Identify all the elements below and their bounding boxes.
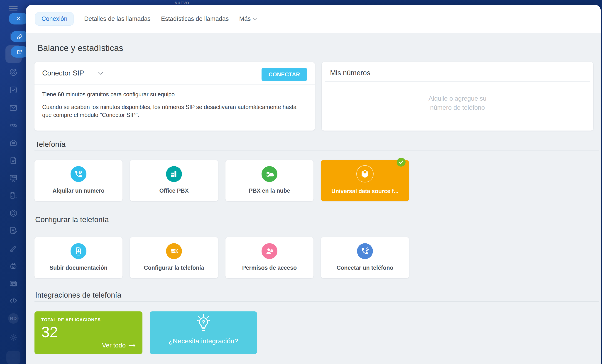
- tab-connection[interactable]: Conexión: [35, 12, 74, 26]
- copy-link-button[interactable]: [11, 31, 28, 42]
- total-applications-value: 32: [41, 324, 136, 340]
- sidebar-item-ai-bot[interactable]: [9, 261, 18, 270]
- section-title-telephony: Telefonía: [35, 140, 599, 149]
- tab-call-stats[interactable]: Estadísticas de llamadas: [161, 15, 229, 22]
- section-title-setup: Configurar la telefonía: [35, 215, 599, 224]
- tile-access-permissions[interactable]: Permisos de acceso: [226, 237, 313, 278]
- sidebar-item-sites[interactable]: [9, 121, 18, 130]
- new-badge: NUEVO: [175, 1, 189, 5]
- tile-office-pbx[interactable]: Office PBX: [130, 160, 218, 201]
- external-link-icon: [17, 49, 22, 55]
- sidebar-item-tasks[interactable]: [9, 86, 18, 94]
- tile-label: Universal data source f...: [331, 188, 398, 195]
- tile-label: PBX en la nube: [249, 187, 290, 194]
- sidebar-item-sign[interactable]: [9, 226, 18, 235]
- arrow-right-icon: [128, 344, 136, 347]
- divider: [325, 81, 590, 82]
- svg-text:$: $: [79, 171, 81, 174]
- sip-warning-text: Cuando se acaben los minutos disponibles…: [42, 103, 306, 119]
- tile-rent-number[interactable]: $ Alquilar un numero: [34, 160, 122, 201]
- tab-more[interactable]: Más: [239, 15, 257, 22]
- free-minutes-value: 60: [58, 91, 64, 97]
- tile-cloud-pbx[interactable]: PBX en la nube: [226, 160, 313, 201]
- view-all-label: Ver todo: [102, 342, 126, 349]
- sidebar-item-developer[interactable]: [9, 296, 18, 305]
- cube-icon: [356, 165, 374, 182]
- sip-connector-selector[interactable]: Conector SIP: [42, 69, 103, 77]
- need-integration-card[interactable]: ? ¿Necesita integración?: [150, 312, 257, 354]
- sidebar-item-signature[interactable]: [9, 244, 18, 252]
- tile-configure-telephony[interactable]: Configurar la telefonía: [130, 237, 218, 278]
- person-lock-icon: [261, 243, 277, 259]
- telephony-tiles-row: $ Alquilar un numero Office PBX: [34, 160, 599, 201]
- tile-label: Configurar la telefonía: [144, 264, 204, 271]
- total-applications-label: TOTAL DE APLICACIONES: [41, 317, 136, 322]
- chevron-down-icon: [98, 72, 103, 75]
- integrations-row: TOTAL DE APLICACIONES 32 Ver todo ? ¿Nec…: [34, 312, 599, 354]
- telephony-panel: Conexión Detalles de las llamadas Estadí…: [26, 5, 601, 364]
- my-numbers-title: Mis números: [325, 62, 590, 77]
- tile-upload-docs[interactable]: Subir documentación: [34, 237, 122, 278]
- my-numbers-empty-state: Alquile o agregue su número de teléfono: [325, 94, 590, 112]
- cloud-pbx-icon: [261, 166, 277, 182]
- sip-card-body: Tiene 60 minutos gratuitos para configur…: [34, 84, 315, 119]
- tab-bar: Conexión Detalles de las llamadas Estadí…: [26, 5, 601, 33]
- tile-label: Conectar un teléfono: [337, 264, 393, 271]
- section-title-integrations: Integraciones de telefonía: [35, 291, 599, 299]
- close-icon: [16, 16, 21, 21]
- tile-label: Subir documentación: [49, 264, 108, 271]
- settings-gear-icon[interactable]: [9, 333, 18, 342]
- selected-check-badge: [397, 158, 406, 166]
- link-icon: [17, 34, 22, 40]
- sidebar-item-calendar[interactable]: [9, 191, 18, 200]
- phone-plug-icon: [357, 243, 373, 259]
- tab-call-details[interactable]: Detalles de las llamadas: [84, 15, 150, 22]
- lightbulb-question-icon: ?: [193, 313, 214, 334]
- device-gear-icon: [166, 243, 182, 259]
- sip-card-header: Conector SIP CONECTAR: [34, 62, 315, 84]
- sidebar-footer-logo: [6, 351, 21, 364]
- sidebar-item-contacts[interactable]: [9, 279, 18, 288]
- my-numbers-card: Mis números Alquile o agregue su número …: [322, 62, 593, 131]
- tile-label: Alquilar un numero: [52, 187, 104, 194]
- tab-more-label: Más: [239, 15, 251, 22]
- divider: [34, 301, 599, 302]
- free-minutes-text: Tiene 60 minutos gratuitos para configur…: [42, 91, 307, 98]
- tile-universal-data-source[interactable]: Universal data source f...: [321, 160, 409, 201]
- balance-cards-row: Conector SIP CONECTAR Tiene 60 minutos g…: [34, 62, 599, 131]
- upload-doc-icon: [71, 243, 86, 259]
- setup-tiles-row: Subir documentación Configurar la telefo…: [34, 237, 599, 278]
- office-pbx-icon: [166, 166, 182, 182]
- divider: [34, 150, 599, 151]
- svg-text:?: ?: [202, 319, 205, 325]
- connect-button[interactable]: CONECTAR: [261, 68, 307, 81]
- open-external-button[interactable]: [11, 46, 28, 58]
- hamburger-menu-icon[interactable]: [9, 5, 18, 12]
- sidebar-item-marketplace[interactable]: [9, 209, 18, 218]
- close-panel-button[interactable]: [9, 13, 28, 24]
- content-area: Balance y estadísticas Conector SIP CONE…: [26, 33, 601, 364]
- page-title: Balance y estadísticas: [37, 43, 599, 53]
- total-applications-card[interactable]: TOTAL DE APLICACIONES 32 Ver todo: [34, 312, 142, 354]
- tile-label: Office PBX: [159, 187, 189, 194]
- sip-connector-card: Conector SIP CONECTAR Tiene 60 minutos g…: [34, 62, 315, 131]
- sidebar-item-documents[interactable]: [9, 156, 18, 165]
- tile-label: Permisos de acceso: [242, 264, 297, 271]
- sidebar-item-company[interactable]: [9, 138, 18, 147]
- tile-connect-phone[interactable]: Conectar un teléfono: [321, 237, 409, 278]
- sidebar-item-mail[interactable]: [9, 104, 18, 112]
- divider: [34, 226, 599, 226]
- sidebar-item-workspace[interactable]: [9, 174, 18, 182]
- check-icon: [399, 160, 404, 164]
- user-avatar[interactable]: RD: [8, 313, 19, 324]
- need-integration-label: ¿Necesita integración?: [169, 337, 238, 345]
- sidebar-item-crm[interactable]: [9, 68, 18, 77]
- view-all-link[interactable]: Ver todo: [102, 342, 136, 349]
- phone-dollar-icon: $: [71, 166, 86, 182]
- chevron-down-icon: [253, 18, 257, 20]
- sip-selector-label: Conector SIP: [42, 69, 84, 77]
